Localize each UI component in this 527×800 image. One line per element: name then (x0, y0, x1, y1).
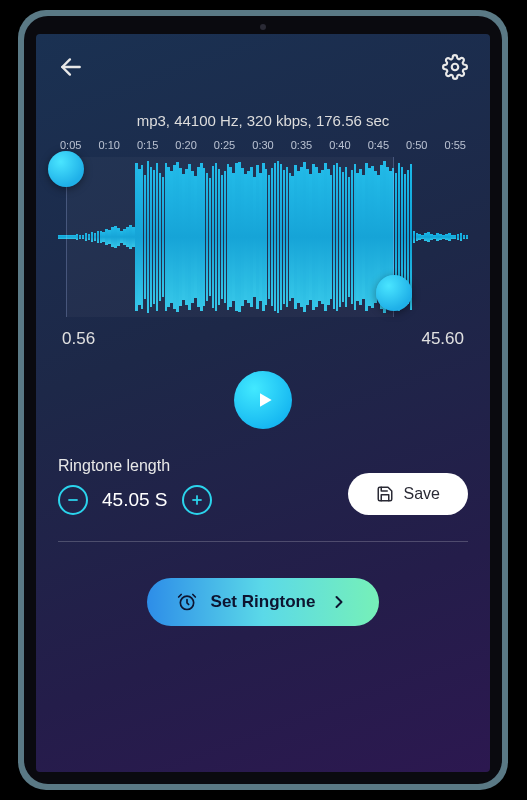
tick-label: 0:15 (137, 139, 158, 151)
set-ringtone-button[interactable]: Set Ringtone (147, 578, 380, 626)
save-icon (376, 485, 394, 503)
chevron-right-icon (329, 592, 349, 612)
svg-marker-2 (260, 393, 272, 406)
svg-rect-3 (68, 499, 77, 501)
ringtone-length-label: Ringtone length (58, 457, 212, 475)
header (58, 54, 468, 80)
play-row (58, 371, 468, 429)
ringtone-length-value: 45.05 S (102, 489, 168, 511)
selection-end-handle[interactable] (376, 275, 412, 311)
ringtone-length-block: Ringtone length 45.05 S (58, 457, 212, 515)
selection-overlay (66, 157, 394, 317)
save-button[interactable]: Save (348, 473, 468, 515)
increase-length-button[interactable] (182, 485, 212, 515)
tick-label: 0:40 (329, 139, 350, 151)
app-screen: mp3, 44100 Hz, 320 kbps, 176.56 sec 0:05… (36, 34, 490, 772)
tick-label: 0:55 (445, 139, 466, 151)
tick-label: 0:30 (252, 139, 273, 151)
tick-label: 0:45 (368, 139, 389, 151)
minus-icon (66, 493, 80, 507)
play-icon (255, 390, 275, 410)
settings-button[interactable] (442, 54, 468, 80)
camera-dot (260, 24, 266, 30)
divider (58, 541, 468, 542)
svg-rect-5 (196, 495, 198, 504)
length-row: Ringtone length 45.05 S Save (58, 457, 468, 515)
start-time-value: 0.56 (62, 329, 95, 349)
time-row: 0.56 45.60 (58, 329, 468, 349)
set-ringtone-row: Set Ringtone (58, 578, 468, 626)
play-button[interactable] (234, 371, 292, 429)
tick-label: 0:35 (291, 139, 312, 151)
time-ticks: 0:050:100:150:200:250:300:350:400:450:50… (58, 139, 468, 151)
tick-label: 0:05 (60, 139, 81, 151)
set-ringtone-label: Set Ringtone (211, 592, 316, 612)
plus-icon (190, 493, 204, 507)
selection-start-handle[interactable] (48, 151, 84, 187)
decrease-length-button[interactable] (58, 485, 88, 515)
audio-info-text: mp3, 44100 Hz, 320 kbps, 176.56 sec (58, 112, 468, 129)
tick-label: 0:10 (98, 139, 119, 151)
alarm-icon (177, 592, 197, 612)
svg-point-1 (452, 64, 459, 71)
device-bezel: mp3, 44100 Hz, 320 kbps, 176.56 sec 0:05… (24, 16, 502, 784)
device-frame: mp3, 44100 Hz, 320 kbps, 176.56 sec 0:05… (18, 10, 508, 790)
tick-label: 0:25 (214, 139, 235, 151)
tick-label: 0:20 (175, 139, 196, 151)
length-controls: 45.05 S (58, 485, 212, 515)
waveform-area[interactable] (58, 157, 468, 317)
end-time-value: 45.60 (421, 329, 464, 349)
tick-label: 0:50 (406, 139, 427, 151)
save-button-label: Save (404, 485, 440, 503)
back-button[interactable] (58, 54, 84, 80)
